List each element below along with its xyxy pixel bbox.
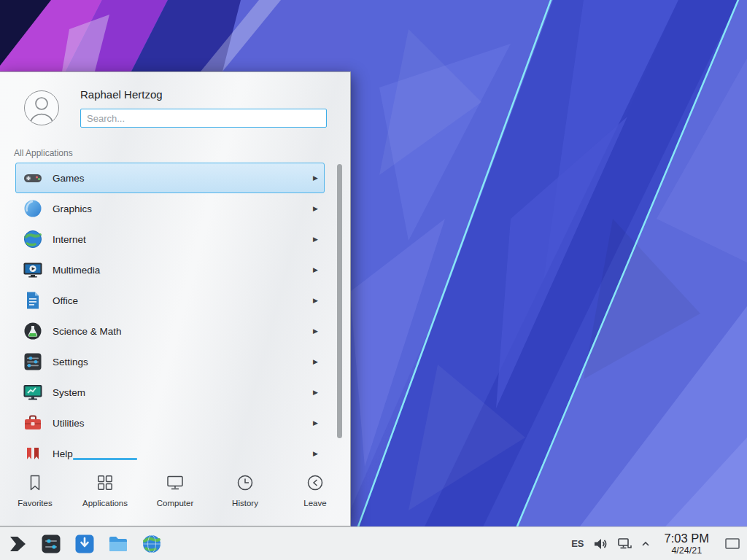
sliders-icon xyxy=(23,351,43,372)
grid-icon xyxy=(96,473,115,492)
volume-button[interactable] xyxy=(592,536,608,552)
category-label: Multimedia xyxy=(53,265,100,276)
category-list: Games ▶ Graphics ▶ Internet ▶ Multimedia… xyxy=(0,157,334,462)
application-launcher-button[interactable] xyxy=(5,532,30,556)
tab-history[interactable]: History xyxy=(210,462,280,526)
file-manager-icon xyxy=(107,533,129,555)
category-graphics[interactable]: Graphics ▶ xyxy=(15,193,325,224)
expand-tray-button[interactable] xyxy=(640,539,651,549)
taskbar-app-web-browser[interactable] xyxy=(139,532,164,556)
category-utilities[interactable]: Utilities ▶ xyxy=(15,408,325,438)
tab-computer[interactable]: Computer xyxy=(140,462,210,526)
category-label: Utilities xyxy=(53,418,85,429)
tab-applications[interactable]: Applications xyxy=(70,462,140,526)
chevron-right-icon: ▶ xyxy=(313,450,318,457)
application-launcher-menu: Raphael Hertzog All Applications Games ▶… xyxy=(0,71,351,526)
chevron-right-icon: ▶ xyxy=(313,419,318,427)
chevron-right-icon: ▶ xyxy=(313,358,318,365)
chevron-right-icon: ▶ xyxy=(313,205,318,212)
kde-launcher-icon xyxy=(7,533,28,555)
user-icon xyxy=(25,91,58,125)
list-scrollbar[interactable] xyxy=(337,164,342,438)
computer-icon xyxy=(166,473,185,492)
tab-label: Computer xyxy=(157,499,194,508)
chevron-right-icon: ▶ xyxy=(313,389,318,396)
category-label: Games xyxy=(53,173,85,184)
keyboard-layout-indicator[interactable]: ES xyxy=(571,538,584,549)
toolbox-icon xyxy=(23,413,43,433)
bookmark-icon xyxy=(26,473,44,492)
clock-icon xyxy=(236,473,255,492)
clock-date: 4/24/21 xyxy=(665,545,709,556)
network-button[interactable] xyxy=(616,536,632,552)
category-system[interactable]: System ▶ xyxy=(15,377,325,408)
category-label: System xyxy=(53,387,85,398)
leave-icon xyxy=(306,473,325,492)
globe-icon xyxy=(23,229,43,249)
category-label: Office xyxy=(53,295,78,306)
taskbar-app-file-manager[interactable] xyxy=(106,532,131,556)
category-label: Settings xyxy=(53,357,88,368)
tab-label: Leave xyxy=(303,499,326,508)
settings-app-icon xyxy=(40,533,62,555)
category-multimedia[interactable]: Multimedia ▶ xyxy=(15,254,325,285)
help-ribbons-icon xyxy=(23,443,43,462)
category-label: Internet xyxy=(53,234,86,245)
taskbar-panel: ES 7:03 PM 4/24/21 xyxy=(0,526,747,560)
category-games[interactable]: Games ▶ xyxy=(15,163,325,193)
multimedia-icon xyxy=(23,260,43,280)
system-monitor-icon xyxy=(23,382,43,402)
category-label: Help xyxy=(53,448,73,459)
digital-clock[interactable]: 7:03 PM 4/24/21 xyxy=(659,532,715,556)
category-office[interactable]: Office ▶ xyxy=(15,285,325,316)
show-desktop-icon xyxy=(724,537,740,551)
volume-icon xyxy=(592,536,608,552)
chevron-right-icon: ▶ xyxy=(313,327,318,335)
taskbar-app-discover[interactable] xyxy=(72,532,97,556)
graphics-icon xyxy=(23,198,43,219)
search-input[interactable] xyxy=(80,109,327,128)
chevron-right-icon: ▶ xyxy=(313,297,318,304)
category-label: Graphics xyxy=(53,203,92,214)
tab-favorites[interactable]: Favorites xyxy=(0,462,70,526)
chevron-right-icon: ▶ xyxy=(313,174,318,182)
tab-label: History xyxy=(232,499,258,508)
show-desktop-button[interactable] xyxy=(723,531,742,557)
category-internet[interactable]: Internet ▶ xyxy=(15,224,325,254)
web-browser-icon xyxy=(141,533,163,555)
clock-time: 7:03 PM xyxy=(665,532,709,545)
tab-label: Favorites xyxy=(18,499,52,508)
chevron-right-icon: ▶ xyxy=(313,236,318,243)
system-tray: ES 7:03 PM 4/24/21 xyxy=(571,531,743,557)
user-name: Raphael Hertzog xyxy=(80,88,163,101)
taskbar-app-settings[interactable] xyxy=(39,532,63,556)
launcher-tab-bar: Favorites Applications Computer History … xyxy=(0,462,350,526)
discover-icon xyxy=(74,533,96,555)
chevron-right-icon: ▶ xyxy=(313,266,318,273)
active-tab-indicator xyxy=(73,458,137,460)
tab-leave[interactable]: Leave xyxy=(280,462,350,526)
category-settings[interactable]: Settings ▶ xyxy=(15,346,325,377)
network-icon xyxy=(616,536,632,552)
category-science-math[interactable]: Science & Math ▶ xyxy=(15,316,325,346)
tab-label: Applications xyxy=(82,499,128,508)
flask-icon xyxy=(23,321,43,341)
chevron-up-icon xyxy=(640,539,651,549)
user-avatar[interactable] xyxy=(24,90,59,125)
category-help[interactable]: Help ▶ xyxy=(15,438,325,462)
gamepad-icon xyxy=(23,168,43,188)
document-icon xyxy=(23,290,43,311)
category-label: Science & Math xyxy=(53,326,122,337)
